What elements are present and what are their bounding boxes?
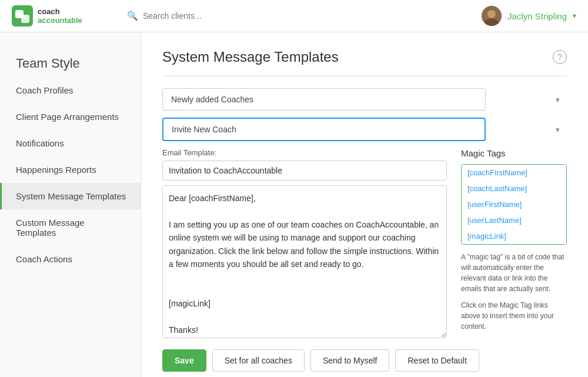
dropdown2-select[interactable]: Invite New Coach Welcome Email Password … xyxy=(162,118,486,141)
logo-text: coach accountable xyxy=(38,7,82,25)
avatar xyxy=(482,6,502,26)
dropdown1-arrow: ▾ xyxy=(556,95,560,104)
sidebar-item-system-message[interactable]: System Message Templates xyxy=(0,183,141,209)
magic-tag-coach-firstname[interactable]: [coachFirstName] xyxy=(462,165,566,181)
search-icon: 🔍 xyxy=(127,11,138,21)
set-for-all-coaches-button[interactable]: Set for all coaches xyxy=(212,349,305,372)
magic-tags-panel: Magic Tags [coachFirstName] [coachLastNa… xyxy=(461,148,567,340)
dropdown2-wrapper: Invite New Coach Welcome Email Password … xyxy=(162,118,567,141)
search-input[interactable] xyxy=(143,11,260,21)
dropdown1-wrapper: Newly added Coaches Existing Coaches All… xyxy=(162,88,567,111)
page-title: System Message Templates xyxy=(162,49,339,65)
email-label: Email Template: xyxy=(162,148,447,157)
main-content: System Message Templates ? Newly added C… xyxy=(141,32,588,377)
magic-tag-magic-link[interactable]: [magicLink] xyxy=(462,228,566,244)
reset-to-default-button[interactable]: Reset to Default xyxy=(395,349,479,372)
magic-tag-user-lastname[interactable]: [userLastName] xyxy=(462,212,566,228)
layout: Team Style Coach Profiles Client Page Ar… xyxy=(0,32,588,377)
sidebar-item-client-page[interactable]: Client Page Arrangements xyxy=(0,104,141,130)
user-name: Jaclyn Stripling xyxy=(507,11,567,21)
sidebar: Team Style Coach Profiles Client Page Ar… xyxy=(0,32,141,377)
email-subject-input[interactable] xyxy=(162,161,447,181)
hint-icon[interactable]: ? xyxy=(553,50,567,64)
divider xyxy=(162,76,567,76)
svg-point-4 xyxy=(487,10,496,18)
logo: coach accountable xyxy=(12,5,118,26)
sidebar-item-coach-actions[interactable]: Coach Actions xyxy=(0,246,141,272)
template-left: Email Template: xyxy=(162,148,447,340)
sidebar-item-happenings[interactable]: Happenings Reports xyxy=(0,156,141,183)
magic-tags-title: Magic Tags xyxy=(461,148,567,158)
magic-tag-user-firstname[interactable]: [userFirstName] xyxy=(462,196,566,212)
template-section: Email Template: Magic Tags [coachFirstNa… xyxy=(162,148,567,340)
magic-tag-coach-lastname[interactable]: [coachLastName] xyxy=(462,181,566,196)
email-body-textarea[interactable] xyxy=(162,185,447,338)
sidebar-item-notifications[interactable]: Notifications xyxy=(0,130,141,156)
magic-tags-desc-1: A "magic tag" is a bit of code that will… xyxy=(461,252,567,294)
svg-rect-2 xyxy=(21,15,29,23)
save-button[interactable]: Save xyxy=(162,349,206,372)
sidebar-item-custom-message[interactable]: Custom Message Templates xyxy=(0,209,141,246)
magic-tags-list: [coachFirstName] [coachLastName] [userFi… xyxy=(461,164,567,245)
send-to-myself-button[interactable]: Send to Myself xyxy=(310,349,390,372)
user-menu[interactable]: Jaclyn Stripling ▾ xyxy=(482,6,576,26)
sidebar-item-team-style[interactable]: Team Style xyxy=(0,44,141,77)
dropdown2-arrow: ▾ xyxy=(556,125,560,134)
magic-tags-desc-2: Click on the Magic Tag links above to in… xyxy=(461,300,567,332)
action-buttons: Save Set for all coaches Send to Myself … xyxy=(162,349,567,372)
search-area: 🔍 xyxy=(127,11,472,21)
page-header: System Message Templates ? xyxy=(162,49,567,65)
sidebar-item-coach-profiles[interactable]: Coach Profiles xyxy=(0,77,141,104)
dropdown1-select[interactable]: Newly added Coaches Existing Coaches All… xyxy=(162,88,486,111)
top-nav: coach accountable 🔍 Jaclyn Stripling ▾ xyxy=(0,0,588,32)
user-menu-chevron: ▾ xyxy=(573,12,576,20)
logo-icon xyxy=(12,5,33,26)
